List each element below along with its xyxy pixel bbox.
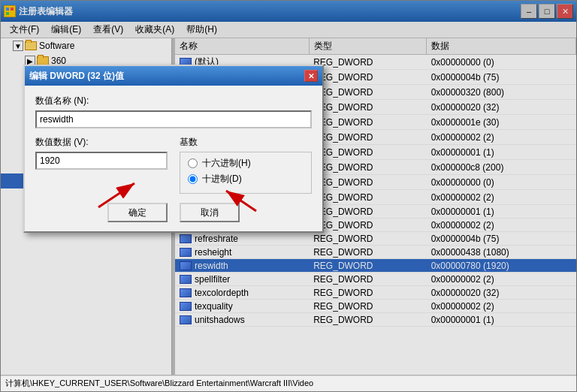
dialog-buttons: 确定 取消 <box>35 203 312 222</box>
data-left: 数值数据 (V): <box>35 136 168 194</box>
name-input[interactable] <box>35 110 312 128</box>
dialog-title: 编辑 DWORD (32 位)值 <box>29 70 124 83</box>
cancel-button[interactable]: 取消 <box>180 203 240 222</box>
data-row: 数值数据 (V): 基数 十六进制(H) 十进制(D) <box>35 136 312 194</box>
main-window: 注册表编辑器 – □ ✕ 文件(F) 编辑(E) 查看(V) 收藏夹(A) 帮助… <box>0 0 577 392</box>
data-right: 基数 十六进制(H) 十进制(D) <box>180 136 312 194</box>
edit-dword-dialog: 编辑 DWORD (32 位)值 ✕ 数值名称 (N): 数值数据 (V): 基… <box>23 65 324 233</box>
ok-button[interactable]: 确定 <box>107 203 168 222</box>
dialog-close-button[interactable]: ✕ <box>304 70 318 82</box>
data-input[interactable] <box>35 152 168 170</box>
hex-radio-label[interactable]: 十六进制(H) <box>202 157 251 170</box>
dec-radio-row: 十进制(D) <box>188 173 304 185</box>
dialog-content: 数值名称 (N): 数值数据 (V): 基数 十六进制(H) <box>25 86 322 231</box>
dec-radio-label[interactable]: 十进制(D) <box>202 173 242 185</box>
hex-radio[interactable] <box>188 158 198 168</box>
status-bar: 计算机\HKEY_CURRENT_USER\Software\Blizzard … <box>1 375 576 391</box>
dialog-title-bar: 编辑 DWORD (32 位)值 ✕ <box>25 66 322 86</box>
dec-radio[interactable] <box>188 174 198 184</box>
data-label: 数值数据 (V): <box>35 136 168 149</box>
base-radio-group: 十六进制(H) 十进制(D) <box>180 152 312 194</box>
status-text: 计算机\HKEY_CURRENT_USER\Software\Blizzard … <box>5 378 313 389</box>
hex-radio-row: 十六进制(H) <box>188 157 304 170</box>
base-label: 基数 <box>180 136 312 149</box>
name-label: 数值名称 (N): <box>35 95 312 107</box>
